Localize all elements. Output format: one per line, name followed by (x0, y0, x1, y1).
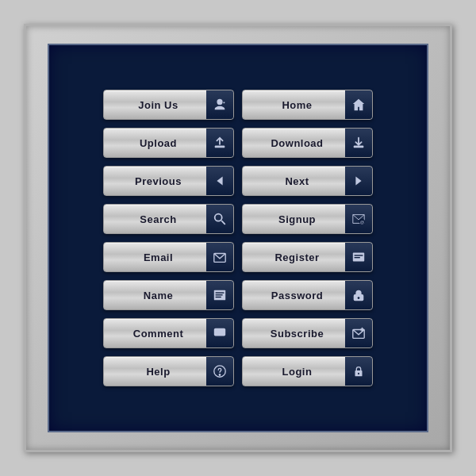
inner-panel: Join UsHomeUploadDownloadPreviousNextSea… (48, 44, 428, 432)
email-label: Email (104, 251, 206, 263)
password-button[interactable]: Password (242, 280, 373, 310)
subscribe-button[interactable]: Subscribe (242, 318, 373, 348)
svg-point-18 (219, 374, 220, 375)
svg-rect-11 (216, 294, 223, 295)
download-icon (345, 128, 372, 158)
comment-button[interactable]: Comment (103, 318, 234, 348)
download-button[interactable]: Download (242, 128, 373, 158)
help-button[interactable]: Help (103, 356, 234, 386)
upload-label: Upload (104, 137, 206, 149)
svg-point-14 (358, 297, 360, 299)
home-button[interactable]: Home (242, 90, 373, 120)
svg-rect-15 (214, 328, 225, 336)
signup-button[interactable]: Signup@ (242, 204, 373, 234)
previous-button[interactable]: Previous (103, 166, 234, 196)
login-button[interactable]: Login (242, 356, 373, 386)
svg-text:@: @ (360, 220, 364, 225)
previous-label: Previous (104, 175, 206, 187)
help-icon (206, 356, 233, 386)
help-label: Help (104, 366, 206, 378)
join-us-button[interactable]: Join Us (103, 90, 234, 120)
svg-rect-0 (215, 146, 225, 148)
search-button[interactable]: Search (103, 204, 234, 234)
svg-point-2 (215, 214, 222, 221)
login-icon (345, 356, 372, 386)
previous-icon (206, 166, 233, 196)
next-label: Next (243, 175, 345, 187)
password-label: Password (243, 290, 345, 301)
search-icon (206, 204, 233, 234)
subscribe-icon (345, 318, 372, 348)
comment-label: Comment (104, 328, 206, 340)
join-us-label: Join Us (104, 99, 206, 111)
svg-rect-10 (216, 292, 225, 293)
home-icon (345, 90, 372, 120)
search-label: Search (104, 213, 206, 225)
home-label: Home (243, 99, 345, 111)
name-label: Name (104, 290, 206, 301)
name-icon (206, 280, 233, 310)
join-us-icon (206, 90, 233, 120)
register-button[interactable]: Register (242, 242, 373, 272)
login-label: Login (243, 366, 345, 378)
email-icon (206, 242, 233, 272)
signup-icon: @ (345, 204, 372, 234)
register-icon (345, 242, 372, 272)
outer-frame: Join UsHomeUploadDownloadPreviousNextSea… (24, 24, 452, 452)
next-icon (345, 166, 372, 196)
subscribe-label: Subscribe (243, 328, 345, 340)
signup-label: Signup (243, 213, 345, 225)
svg-rect-20 (358, 373, 359, 374)
next-button[interactable]: Next (242, 166, 373, 196)
svg-rect-8 (355, 257, 360, 258)
password-icon (345, 280, 372, 310)
name-button[interactable]: Name (103, 280, 234, 310)
svg-rect-12 (216, 297, 221, 298)
register-label: Register (243, 251, 345, 263)
upload-icon (206, 128, 233, 158)
button-grid: Join UsHomeUploadDownloadPreviousNextSea… (95, 82, 381, 394)
comment-icon (206, 318, 233, 348)
upload-button[interactable]: Upload (103, 128, 234, 158)
download-label: Download (243, 137, 345, 149)
svg-rect-7 (355, 255, 363, 255)
email-button[interactable]: Email (103, 242, 234, 272)
svg-rect-1 (354, 146, 364, 148)
